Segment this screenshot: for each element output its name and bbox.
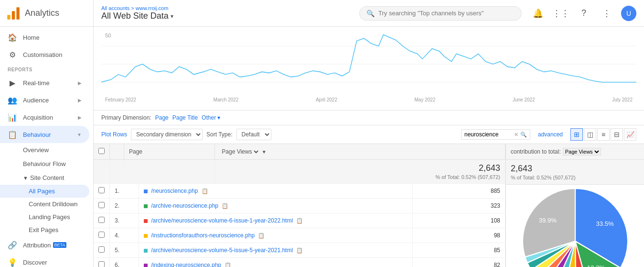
page-views-select[interactable]: Page Views [220, 148, 260, 156]
more-options-icon[interactable]: ⋮ [598, 5, 615, 22]
row-num: 4. [110, 228, 139, 243]
row-checkbox[interactable] [98, 217, 105, 223]
row-color-dot [144, 234, 148, 238]
row-copy-icon[interactable]: 📋 [225, 262, 231, 267]
row-page-cell: /neuroscience.php 📋 [139, 184, 412, 199]
search-filter-box[interactable]: ✕ 🔍 [461, 129, 530, 140]
sidebar-item-acquisition[interactable]: 📊 Acquisition ▶ [0, 109, 89, 126]
sidebar-item-behaviour[interactable]: 📋 Behaviour ▼ [0, 126, 89, 143]
sidebar-item-behaviour-flow-label: Behaviour Flow [23, 160, 66, 167]
row-page-link[interactable]: /instructionsforauthors-neuroscience.php [151, 232, 255, 239]
sidebar-app-title: Analytics [25, 8, 59, 18]
row-views-cell: 85 [412, 243, 505, 258]
advanced-link[interactable]: advanced [538, 131, 563, 138]
row-checkbox-cell [94, 199, 110, 213]
contribution-select[interactable]: Page Views [563, 148, 601, 156]
row-checkbox[interactable] [98, 246, 105, 253]
row-page-cell: /archive-neuroscience.php 📋 [139, 199, 412, 213]
row-page-link[interactable]: /archive-neuroscience.php [151, 202, 218, 209]
search-filter-submit-icon[interactable]: 🔍 [520, 132, 527, 138]
total-page-views: 2,643 [220, 163, 500, 173]
sidebar-item-content-drilldown[interactable]: Content Drilldown [0, 198, 89, 211]
help-icon[interactable]: ? [575, 5, 592, 22]
chart-x-label-may: May 2022 [414, 97, 435, 102]
sidebar-item-overview-label: Overview [23, 146, 49, 154]
secondary-dimension-select[interactable]: Secondary dimension [131, 129, 203, 140]
contribution-header: contribution to total: Page Views [506, 144, 644, 160]
dim-page-title-link[interactable]: Page Title [172, 114, 198, 121]
row-color-dot [144, 249, 148, 253]
row-checkbox[interactable] [98, 232, 105, 238]
row-color-dot [144, 264, 148, 267]
dim-page-link[interactable]: Page [155, 114, 169, 121]
row-checkbox[interactable] [98, 187, 105, 193]
row-page-link[interactable]: /indexing-neuroscience.php [151, 262, 221, 267]
row-page-link[interactable]: /neuroscience.php [151, 188, 198, 194]
row-num: 5. [110, 243, 139, 258]
sidebar-item-attribution[interactable]: 🔗 Attribution BETA [0, 236, 89, 254]
sidebar-item-overview[interactable]: Overview [0, 143, 89, 157]
main-content: All accounts > www.rroij.com All Web Sit… [94, 0, 644, 267]
sidebar-item-all-pages[interactable]: All Pages [0, 185, 89, 198]
apps-grid-icon[interactable]: ⋮⋮ [552, 5, 569, 22]
row-page-link[interactable]: /archive/neuroscience-volume-5-issue-5-y… [151, 247, 293, 254]
view-grid-button[interactable]: ⊞ [570, 128, 583, 141]
row-views-cell: 82 [412, 258, 505, 267]
content-area: 50 February 2022 March 2022 April 2022 M… [94, 27, 644, 267]
sidebar-reports-label: REPORTS [0, 63, 93, 74]
chart-x-label-jun: June 2022 [513, 97, 535, 102]
sidebar-item-customisation[interactable]: ⚙ Customisation [0, 46, 89, 63]
notifications-icon[interactable]: 🔔 [529, 5, 547, 22]
account-dropdown-icon[interactable]: ▾ [171, 13, 173, 20]
chart-x-label-feb: February 2022 [105, 97, 136, 102]
row-copy-icon[interactable]: 📋 [258, 233, 265, 238]
behaviour-chevron-icon: ▼ [77, 132, 82, 137]
attribution-icon: 🔗 [8, 240, 17, 250]
sidebar-header: Analytics [0, 0, 93, 27]
sidebar-item-landing-pages[interactable]: Landing Pages [0, 211, 89, 223]
avatar[interactable]: U [621, 6, 636, 21]
sidebar: Analytics 🏠 Home ⚙ Customisation REPORTS… [0, 0, 94, 267]
row-checkbox[interactable] [98, 202, 105, 208]
customisation-icon: ⚙ [8, 50, 17, 59]
row-checkbox[interactable] [98, 261, 105, 267]
search-input[interactable] [378, 10, 515, 17]
account-title: All Web Site Data [101, 11, 169, 21]
sort-default-select[interactable]: Default [236, 129, 271, 140]
sidebar-item-exit-pages[interactable]: Exit Pages [0, 223, 89, 236]
search-filter-input[interactable] [464, 131, 512, 138]
acquisition-icon: 📊 [8, 112, 17, 122]
view-bar-button[interactable]: ◫ [584, 128, 596, 141]
svg-rect-1 [12, 11, 15, 20]
sidebar-item-realtime[interactable]: ▶ Real-time ▶ [0, 74, 89, 91]
row-copy-icon[interactable]: 📋 [222, 203, 228, 209]
sidebar-item-audience[interactable]: 👥 Audience ▶ [0, 91, 89, 109]
view-pivot-button[interactable]: ⊟ [611, 128, 623, 141]
view-sparkline-button[interactable]: 📈 [624, 128, 636, 141]
pie-segment-label: 33.5% [596, 220, 614, 227]
total-checkbox-cell [94, 160, 110, 184]
row-copy-icon[interactable]: 📋 [202, 188, 208, 194]
th-checkbox [94, 144, 110, 160]
sidebar-item-site-content[interactable]: ▼ Site Content [0, 171, 89, 185]
search-box[interactable]: 🔍 [359, 6, 522, 21]
breadcrumb-area: All accounts > www.rroij.com All Web Sit… [101, 5, 173, 21]
plot-rows-button[interactable]: Plot Rows [101, 131, 127, 138]
search-filter-clear-icon[interactable]: ✕ [514, 132, 518, 138]
row-copy-icon[interactable]: 📋 [296, 218, 303, 223]
row-page-link[interactable]: /archive/neuroscience-volume-6-issue-1-y… [151, 217, 293, 224]
svg-rect-0 [7, 15, 10, 20]
select-all-checkbox[interactable] [98, 148, 105, 154]
breadcrumb[interactable]: All accounts > www.rroij.com [101, 5, 170, 11]
row-copy-icon[interactable]: 📋 [296, 247, 303, 253]
sidebar-item-site-content-label: Site Content [30, 174, 64, 181]
view-icons: ⊞ ◫ ≡ ⊟ 📈 [570, 128, 636, 141]
view-list-button[interactable]: ≡ [597, 128, 610, 141]
chart-x-label-mar: March 2022 [214, 97, 239, 102]
sidebar-item-home[interactable]: 🏠 Home [0, 29, 89, 46]
sidebar-item-behaviour-flow[interactable]: Behaviour Flow [0, 157, 89, 171]
sidebar-item-discover[interactable]: 💡 Discover [0, 254, 89, 267]
dim-other-link[interactable]: Other ▾ [202, 114, 220, 121]
row-views-cell: 108 [412, 213, 505, 228]
th-page-views-dropdown[interactable]: Page Views ▼ [215, 144, 505, 160]
